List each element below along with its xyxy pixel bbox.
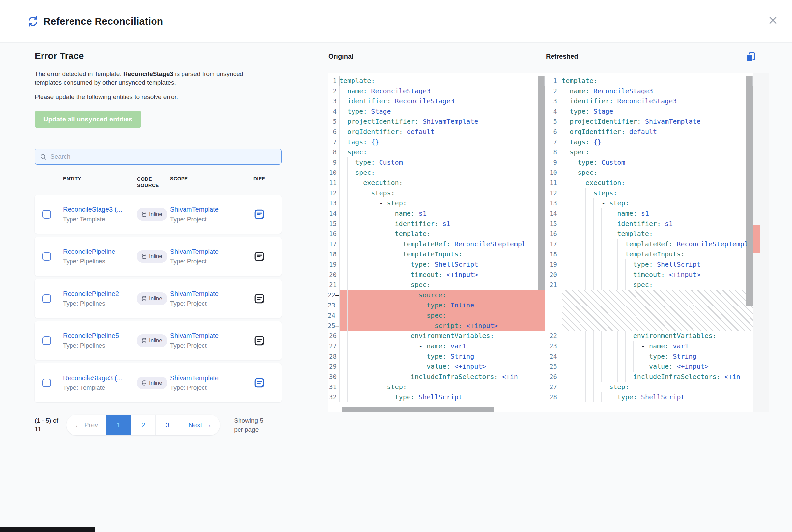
code-source-badge: Inline: [137, 335, 167, 347]
line-number: 23–: [328, 300, 337, 310]
code-line: type: Inline: [339, 300, 545, 310]
code-line: type: String: [339, 351, 545, 361]
database-icon: [142, 380, 147, 385]
diff-icon[interactable]: [253, 208, 272, 220]
line-number: 9: [328, 157, 337, 168]
code-line: type: Stage: [562, 106, 753, 116]
code-line: - step:: [339, 382, 545, 392]
entity-link[interactable]: ReconcilePipeline: [63, 248, 137, 255]
code-line: type: Custom: [339, 157, 545, 168]
gutter-spacer: [545, 290, 557, 331]
line-number: 27: [545, 382, 557, 392]
code-line: environmentVariables:: [562, 331, 753, 341]
scope-link[interactable]: ShivamTemplate: [170, 374, 253, 382]
diff-icon[interactable]: [253, 377, 272, 389]
code-line: timeout: <+input>: [339, 270, 545, 280]
line-number: 12: [545, 188, 557, 198]
line-number: 4: [328, 106, 337, 116]
search-box[interactable]: [35, 149, 282, 165]
entity-link[interactable]: ReconcilePipeline5: [63, 332, 137, 340]
code-line: steps:: [339, 188, 545, 198]
table-row: ReconcilePipeline2 Type: Pipelines Inlin…: [35, 279, 282, 318]
code-source-label: Inline: [149, 295, 162, 302]
code-line: template:: [562, 76, 753, 86]
line-number: 16: [545, 229, 557, 239]
error-template-name: ReconcileStage3: [123, 71, 173, 77]
line-number: 8: [545, 147, 557, 157]
code-line: value: <+input>: [339, 361, 545, 372]
column-header-scope: SCOPE: [170, 176, 253, 188]
code-line: projectIdentifier: ShivamTemplate: [339, 116, 545, 127]
prev-button[interactable]: ←Prev: [66, 415, 106, 435]
row-checkbox[interactable]: [42, 210, 51, 218]
code-line: spec:: [562, 280, 753, 290]
code-line: spec:: [562, 147, 753, 157]
copy-icon[interactable]: [745, 51, 756, 62]
line-number: 24: [545, 351, 557, 361]
diff-editor: 12345678910111213141516171819202122–23–2…: [328, 73, 769, 413]
entity-link[interactable]: ReconcilePipeline2: [63, 290, 137, 298]
row-checkbox[interactable]: [42, 337, 51, 345]
code-line: type: ShellScript: [339, 260, 545, 270]
dialog-header: Reference Reconciliation: [0, 0, 792, 43]
line-number: 13: [328, 198, 337, 208]
line-number: 22: [545, 331, 557, 341]
horizontal-scrollbar-thumb[interactable]: [342, 407, 494, 412]
code-line: timeout: <+input>: [562, 270, 753, 280]
per-page-label: Showing 5 per page: [234, 416, 273, 434]
next-button[interactable]: Next→: [180, 415, 220, 435]
diff-icon[interactable]: [253, 250, 272, 262]
removed-lines-placeholder: [562, 290, 753, 331]
code-line: identifier: ReconcileStage3: [562, 96, 753, 106]
line-number: 6: [328, 127, 337, 137]
code-line: tags: {}: [562, 137, 753, 147]
code-line: orgIdentifier: default: [339, 127, 545, 137]
code-line: identifier: ReconcileStage3: [339, 96, 545, 106]
line-number: 3: [545, 96, 557, 106]
line-number: 10: [328, 168, 337, 178]
scope-link[interactable]: ShivamTemplate: [170, 332, 253, 340]
close-icon[interactable]: [767, 15, 779, 26]
scope-link[interactable]: ShivamTemplate: [170, 248, 253, 255]
scope-link[interactable]: ShivamTemplate: [170, 206, 253, 213]
line-number: 14: [328, 208, 337, 218]
page-button-3[interactable]: 3: [155, 415, 180, 435]
diff-icon[interactable]: [253, 293, 272, 305]
code-line: - step:: [339, 198, 545, 208]
page-button-1[interactable]: 1: [106, 415, 131, 435]
code-line: spec:: [339, 147, 545, 157]
line-number: 18: [545, 249, 557, 260]
line-number: 16: [328, 229, 337, 239]
background-page-edge: [0, 527, 95, 532]
line-number: 21: [545, 280, 557, 290]
line-number: 28: [328, 351, 337, 361]
code-source-badge: Inline: [137, 250, 167, 263]
row-checkbox[interactable]: [42, 379, 51, 387]
code-source-badge: Inline: [137, 377, 167, 389]
line-number: 12: [328, 188, 337, 198]
search-input[interactable]: [50, 153, 277, 160]
code-line: template:: [339, 229, 545, 239]
code-line: identifier: s1: [339, 218, 545, 229]
line-number: 23: [545, 341, 557, 351]
entity-link[interactable]: ReconcileStage3 (...: [63, 374, 137, 382]
code-source-label: Inline: [149, 338, 162, 344]
line-number: 8: [328, 147, 337, 157]
code-line: spec:: [339, 168, 545, 178]
arrow-right-icon: →: [205, 421, 211, 429]
entity-link[interactable]: ReconcileStage3 (...: [63, 206, 137, 213]
column-header-entity: ENTITY: [63, 176, 137, 188]
table-header-row: ENTITY CODE SOURCE SCOPE DIFF: [35, 176, 282, 188]
line-number: 25: [545, 361, 557, 372]
row-checkbox[interactable]: [42, 252, 51, 261]
page-button-2[interactable]: 2: [131, 415, 155, 435]
code-line: - step:: [562, 198, 753, 208]
update-all-button[interactable]: Update all unsynced entities: [35, 111, 141, 128]
code-line: source:: [339, 290, 545, 300]
diff-icon[interactable]: [253, 335, 272, 347]
divider: [35, 140, 282, 141]
refreshed-code: template: name: ReconcileStage3 identifi…: [562, 73, 753, 413]
line-number: 1: [545, 76, 557, 86]
scope-link[interactable]: ShivamTemplate: [170, 290, 253, 298]
row-checkbox[interactable]: [42, 294, 51, 303]
